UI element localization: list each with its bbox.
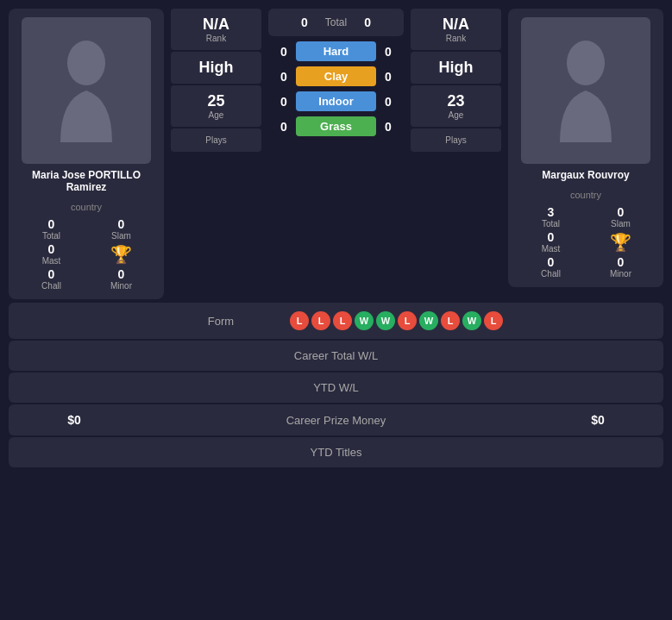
- prize-row: $0 Career Prize Money $0: [9, 404, 663, 435]
- right-rank-value: N/A: [416, 16, 496, 34]
- indoor-badge: Indoor: [296, 91, 376, 111]
- clay-badge: Clay: [296, 66, 376, 86]
- center-total-left: 0: [301, 16, 308, 29]
- form-badge-l: L: [290, 311, 309, 330]
- clay-score-right: 0: [380, 70, 397, 84]
- surface-row-grass: 0 Grass 0: [268, 115, 404, 138]
- total-row: 0 Total 0: [268, 9, 404, 36]
- left-player-name: Maria Jose PORTILLO Ramirez: [17, 169, 155, 193]
- right-mast-cell: 0 Mast: [517, 230, 585, 254]
- right-player-stats: 3 Total 0 Slam 0 Mast 🏆 0: [517, 205, 655, 279]
- form-badge-w: W: [462, 311, 481, 330]
- grass-badge: Grass: [296, 116, 376, 136]
- svg-point-0: [67, 41, 105, 85]
- right-player-card: Margaux Rouvroy country 3 Total 0 Slam 0…: [508, 9, 663, 287]
- ytd-titles-label: YTD Titles: [285, 446, 388, 459]
- form-badge-l: L: [311, 311, 330, 330]
- left-total-cell: 0 Total: [17, 217, 85, 241]
- right-middle-stats: N/A Rank High 23 Age Plays: [411, 9, 501, 152]
- form-badge-l: L: [441, 311, 460, 330]
- left-chall-label: Chall: [41, 281, 61, 291]
- right-chall-value: 0: [548, 255, 555, 269]
- clay-score-left: 0: [275, 70, 292, 84]
- left-total-label: Total: [42, 231, 60, 241]
- hard-score-right: 0: [380, 45, 397, 59]
- form-badge-l: L: [333, 311, 352, 330]
- ytd-titles-row: YTD Titles: [9, 437, 663, 467]
- left-country: country: [71, 202, 102, 212]
- right-trophy: 🏆: [587, 230, 655, 254]
- left-age-block: 25 Age: [171, 85, 261, 127]
- right-player-avatar: [521, 17, 650, 164]
- right-age-value: 23: [416, 92, 496, 110]
- form-badges: LLLWWLWLWL: [290, 311, 503, 330]
- right-total-value: 3: [548, 205, 555, 219]
- right-minor-label: Minor: [610, 269, 631, 279]
- left-rank-block: N/A Rank: [171, 9, 261, 50]
- trophy-icon: 🏆: [110, 244, 132, 265]
- right-trophy-icon: 🏆: [610, 232, 631, 253]
- right-slam-cell: 0 Slam: [587, 205, 655, 229]
- right-high-block: High: [411, 52, 501, 84]
- right-rank-block: N/A Rank: [411, 9, 501, 50]
- right-rank-label: Rank: [416, 34, 496, 43]
- left-player-avatar: [22, 17, 151, 164]
- right-slam-label: Slam: [611, 219, 631, 229]
- right-prize: $0: [546, 413, 650, 427]
- hard-badge: Hard: [296, 41, 376, 61]
- svg-point-1: [567, 41, 605, 85]
- left-high-block: High: [171, 52, 261, 84]
- right-high-value: High: [416, 59, 496, 77]
- bottom-section: Form LLLWWLWLWL Career Total W/L YTD W/L…: [9, 303, 663, 467]
- left-plays-label: Plays: [176, 135, 256, 145]
- left-slam-value: 0: [118, 217, 125, 231]
- right-minor-cell: 0 Minor: [587, 255, 655, 279]
- left-high-value: High: [176, 59, 256, 77]
- left-mast-label: Mast: [42, 256, 61, 266]
- career-wl-row: Career Total W/L: [9, 341, 663, 371]
- left-middle-stats: N/A Rank High 25 Age Plays: [171, 9, 261, 152]
- right-player-name: Margaux Rouvroy: [542, 169, 629, 181]
- indoor-score-left: 0: [275, 95, 292, 109]
- left-player-card: Maria Jose PORTILLO Ramirez country 0 To…: [9, 9, 164, 299]
- left-chall-cell: 0 Chall: [17, 267, 85, 291]
- right-slam-value: 0: [618, 205, 625, 219]
- left-minor-cell: 0 Minor: [87, 267, 155, 291]
- right-chall-label: Chall: [541, 269, 561, 279]
- right-total-cell: 3 Total: [517, 205, 585, 229]
- right-total-label: Total: [542, 219, 560, 229]
- right-chall-cell: 0 Chall: [517, 255, 585, 279]
- ytd-wl-label: YTD W/L: [285, 381, 388, 394]
- hard-score-left: 0: [275, 45, 292, 59]
- left-slam-cell: 0 Slam: [87, 217, 155, 241]
- surface-row-indoor: 0 Indoor 0: [268, 90, 404, 113]
- left-slam-label: Slam: [111, 231, 131, 241]
- left-rank-value: N/A: [176, 16, 256, 34]
- right-minor-value: 0: [618, 255, 625, 269]
- career-wl-label: Career Total W/L: [285, 349, 388, 362]
- right-country: country: [570, 190, 601, 200]
- left-minor-value: 0: [118, 267, 125, 281]
- left-mast-value: 0: [48, 242, 55, 256]
- left-trophy: 🏆: [87, 242, 155, 266]
- left-mast-cell: 0 Mast: [17, 242, 85, 266]
- ytd-wl-row: YTD W/L: [9, 373, 663, 403]
- left-chall-value: 0: [48, 267, 55, 281]
- left-age-label: Age: [176, 110, 256, 120]
- left-plays-block: Plays: [171, 128, 261, 152]
- surface-row-hard: 0 Hard 0: [268, 40, 404, 63]
- form-badge-w: W: [355, 311, 374, 330]
- right-plays-label: Plays: [416, 135, 496, 145]
- center-block: 0 Total 0 0 Hard 0 0 Clay: [268, 9, 404, 138]
- form-row: Form LLLWWLWLWL: [9, 303, 663, 339]
- center-total-label: Total: [325, 16, 347, 28]
- grass-score-left: 0: [275, 120, 292, 134]
- form-badge-l: L: [484, 311, 503, 330]
- prize-label: Career Prize Money: [126, 414, 546, 427]
- center-total-right: 0: [364, 16, 371, 29]
- right-mast-label: Mast: [542, 244, 561, 254]
- grass-score-right: 0: [380, 120, 397, 134]
- right-mast-value: 0: [548, 230, 555, 244]
- form-badge-w: W: [419, 311, 438, 330]
- left-total-value: 0: [48, 217, 55, 231]
